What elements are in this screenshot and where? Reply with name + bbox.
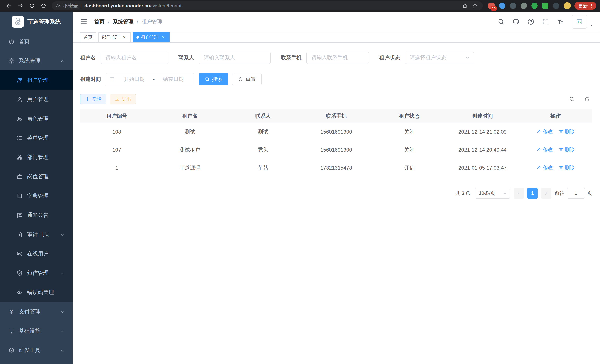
sidebar-item-dev-tools[interactable]: 研发工具 [0,341,73,360]
add-button-label: 新增 [92,96,102,102]
reset-button[interactable]: 重置 [232,73,262,85]
profile-avatar-icon[interactable] [564,2,571,9]
browser-home-icon[interactable] [38,1,49,10]
delete-link[interactable]: 删除 [559,128,575,135]
col-actions: 操作 [519,109,592,123]
pagination-total: 共 3 条 [455,190,470,196]
mobile-input[interactable] [307,52,369,64]
table-row: 1 芋道源码 芋艿 17321315478 开启 2021-01-05 17:0… [80,159,592,177]
search-button[interactable]: 搜索 [199,73,228,85]
sidebar-item-system-management[interactable]: 系统管理 [0,51,73,71]
sidebar-item-error-code[interactable]: 错误码管理 [0,283,73,302]
toolbar-left: 新增 导出 [80,94,136,104]
cell-tenant-id: 108 [80,123,153,141]
sidebar-item-notice[interactable]: 通知公告 [0,205,73,225]
close-icon[interactable]: × [122,35,127,40]
sidebar-item-payment[interactable]: ¥ 支付管理 [0,302,73,321]
sidebar-item-menu-management[interactable]: 菜单管理 [0,128,73,148]
browser-forward-icon[interactable] [15,1,26,10]
col-tenant-name: 租户名 [153,109,226,123]
reset-button-label: 重置 [245,76,256,83]
page-content: 租户名 联系人 联系手机 租户状态 请选择租户状态 [73,43,600,364]
tab-tenant-management[interactable]: 租户管理 × [133,32,169,42]
mobile-label: 联系手机 [281,54,302,61]
date-range-picker[interactable]: 开始日期 - 结束日期 [106,73,194,85]
chevron-down-icon [503,191,507,196]
sidebar-item-label: 研发工具 [19,346,40,354]
breadcrumb-home[interactable]: 首页 [94,18,105,25]
address-bar[interactable]: 不安全 | dashboard.yudao.iocoder.cn/system/… [52,1,483,10]
cell-tenant-id: 107 [80,141,153,159]
sidebar-item-sms-management[interactable]: 短信管理 [0,263,73,283]
avatar [572,15,587,28]
toggle-search-icon[interactable] [567,94,577,104]
add-button[interactable]: 新增 [80,94,106,104]
edit-link[interactable]: 修改 [537,146,553,153]
cell-created: 2021-12-14 21:02:09 [446,123,519,141]
status-select[interactable]: 请选择租户状态 [405,52,474,64]
extension-icon-1[interactable]: 10 [488,3,495,9]
online-user-icon [16,251,23,257]
sidebar-item-home[interactable]: 首页 [0,32,73,51]
edit-link[interactable]: 修改 [537,128,553,135]
tags-bar: 首页 部门管理 × 租户管理 × [73,32,600,43]
fullscreen-icon[interactable] [540,16,552,28]
extension-icon-3[interactable] [510,3,516,9]
goto-page-input[interactable] [567,188,585,198]
help-icon[interactable] [525,16,537,28]
close-icon[interactable]: × [160,35,166,40]
infrastructure-icon [8,328,15,334]
edit-link[interactable]: 修改 [537,164,553,171]
sidebar-item-dept-management[interactable]: 部门管理 [0,148,73,167]
extension-icon-7[interactable] [553,3,559,9]
tenant-name-input[interactable] [101,52,168,64]
extension-icon-5[interactable] [531,3,538,9]
github-icon[interactable] [510,16,522,28]
browser-update-button[interactable]: 更新 [574,2,596,10]
goto-label: 前往 [555,190,564,196]
bookmark-star-icon[interactable] [471,2,479,9]
browser-reload-icon[interactable] [27,1,37,10]
sidebar-item-online-user[interactable]: 在线用户 [0,244,73,263]
extension-icon-4[interactable] [521,3,527,9]
sidebar-item-post-management[interactable]: 岗位管理 [0,167,73,186]
cell-tenant-id: 1 [80,159,153,177]
delete-label: 删除 [565,128,575,135]
breadcrumb-system[interactable]: 系统管理 [113,18,134,25]
sidebar-item-user-management[interactable]: 用户管理 [0,90,73,109]
sidebar-item-infrastructure[interactable]: 基础设施 [0,321,73,341]
cell-created: 2021-01-05 17:03:47 [446,159,519,177]
browser-back-icon[interactable] [4,1,14,10]
sidebar-item-audit-log[interactable]: 审计日志 [0,225,73,244]
font-size-icon[interactable] [554,16,567,28]
user-icon [16,96,23,103]
page-number-button[interactable]: 1 [527,188,538,198]
next-page-button[interactable] [541,188,551,198]
tab-label: 租户管理 [141,34,159,40]
contact-input[interactable] [199,52,271,64]
user-menu[interactable] [572,15,594,28]
tab-dept-management[interactable]: 部门管理 × [98,32,131,42]
menu-list-icon [16,135,23,141]
share-icon[interactable] [461,2,469,9]
delete-link[interactable]: 删除 [559,146,575,153]
sidebar-logo[interactable]: 芋道管理系统 [0,11,73,32]
refresh-icon[interactable] [582,94,592,104]
sidebar-item-role-management[interactable]: 角色管理 [0,109,73,128]
edit-label: 修改 [543,128,553,135]
search-icon[interactable] [495,16,507,28]
update-label: 更新 [579,3,588,9]
announcement-icon [16,212,23,219]
sidebar-collapse-icon[interactable] [79,17,89,27]
sidebar-item-dict-management[interactable]: 字典管理 [0,186,73,205]
tab-home[interactable]: 首页 [80,32,96,42]
extension-icon-6[interactable] [542,3,548,9]
pagination: 共 3 条 10条/页 1 前往 页 [80,188,592,198]
prev-page-button[interactable] [514,188,524,198]
cell-mobile: 15601691300 [300,141,373,159]
sidebar-item-tenant-management[interactable]: 租户管理 [0,71,73,90]
page-size-select[interactable]: 10条/页 [475,188,510,198]
delete-link[interactable]: 删除 [559,164,575,171]
extension-icon-2[interactable] [499,3,505,9]
export-button[interactable]: 导出 [110,94,136,104]
